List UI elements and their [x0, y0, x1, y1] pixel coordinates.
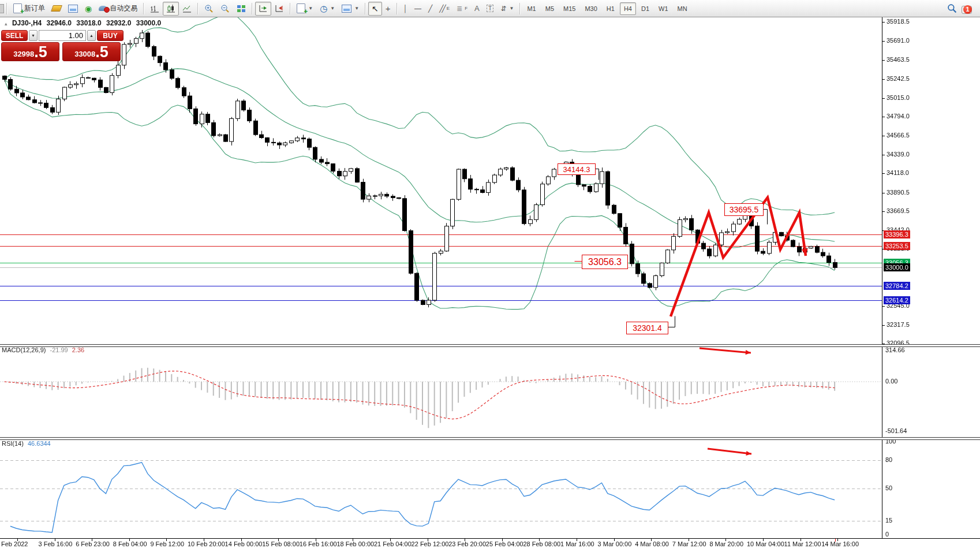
price-tick-label: 35691.0 [887, 37, 910, 44]
volume-decrease-button[interactable]: ▼ [29, 30, 38, 41]
timeline-label: 25 Feb 04:00 [486, 540, 523, 547]
toolbar-separator [519, 3, 521, 14]
chart-header: ▴ DJ30-,H4 32946.0 33018.0 32932.0 33000… [5, 19, 164, 27]
volume-increase-button[interactable]: ▲ [87, 30, 96, 41]
price-badge-33253.5: 33253.5 [884, 242, 910, 250]
chevron-down-icon: ▼ [308, 6, 313, 11]
text-label-button[interactable]: T [483, 2, 498, 16]
template-button[interactable]: ▼ [338, 2, 362, 16]
price-tick-label: 35242.5 [887, 75, 910, 82]
timeframe-button-M5[interactable]: M5 [541, 2, 558, 15]
eraser-button[interactable] [48, 2, 65, 16]
line-chart-button[interactable] [179, 2, 195, 16]
sell-button[interactable]: SELL [1, 30, 28, 41]
mt-terminal-window: 新订单 ◉ 自动交易 [0, 0, 980, 548]
buy-button[interactable]: BUY [97, 30, 124, 41]
macd-label: MACD(12,26,9) -21.99 2.36 [2, 346, 84, 353]
arrows-button[interactable]: ⇵▼ [497, 2, 517, 16]
annotation-label[interactable]: 33695.5 [724, 203, 764, 216]
ohlc-low: 32932.0 [106, 19, 131, 27]
tile-windows-button[interactable] [233, 2, 249, 16]
price-tick-label: 34339.0 [887, 151, 910, 158]
vertical-line-button[interactable]: │ [400, 2, 412, 16]
macd-value-main: -21.99 [50, 346, 68, 353]
timeline-label: Feb 2022 [1, 540, 28, 547]
bar-chart-button[interactable] [147, 2, 163, 16]
toolbar-separator [197, 3, 199, 14]
annotation-label[interactable]: 34144.3 [558, 163, 596, 175]
volume-input[interactable] [39, 30, 86, 41]
ohlc-high: 33018.0 [76, 19, 101, 27]
timeframe-button-D1[interactable]: D1 [637, 2, 653, 15]
channel-icon: ╱╱ [439, 5, 444, 12]
chart-shift-button[interactable] [271, 2, 287, 16]
fibonacci-button[interactable]: ≣F [453, 2, 471, 16]
chevron-down-icon: ▼ [510, 6, 514, 11]
autoscroll-button[interactable] [255, 2, 271, 16]
toolbar-separator [252, 3, 253, 14]
period-button[interactable]: ◷▼ [316, 2, 338, 16]
timeframe-button-H1[interactable]: H1 [603, 2, 619, 15]
main-toolbar: 新订单 ◉ 自动交易 [0, 0, 980, 17]
timeframe-button-MN[interactable]: MN [674, 2, 691, 15]
signal-icon: ◉ [85, 5, 92, 13]
timeframe-button-W1[interactable]: W1 [654, 2, 672, 15]
cursor-icon: ↖ [372, 5, 379, 13]
new-chart-icon [297, 3, 305, 13]
timeframe-button-M1[interactable]: M1 [523, 2, 540, 15]
price-tick-label: 34566.5 [887, 132, 910, 139]
zoom-in-button[interactable] [201, 2, 217, 16]
chart-symbol-period: DJ30-,H4 [12, 19, 42, 27]
signal-button[interactable]: ◉ [81, 2, 95, 16]
timeline-label: 4 Mar 08:00 [635, 540, 669, 547]
new-order-label: 新订单 [24, 3, 45, 13]
rsi-panel-splitter[interactable] [0, 437, 980, 440]
cursor-button[interactable]: ↖ [368, 2, 382, 16]
toolbar-separator [6, 3, 8, 14]
rsi-axis-label: 15 [885, 517, 892, 524]
search-icon[interactable] [947, 3, 957, 13]
one-click-trading-panel: SELL ▼ ▲ BUY 32998 .5 33008 .5 [1, 30, 124, 61]
template-icon [342, 5, 351, 13]
autoscroll-icon [259, 4, 268, 13]
notifications-button[interactable]: 1 [962, 3, 974, 14]
autotrade-button[interactable]: 自动交易 [95, 2, 141, 16]
channel-button[interactable]: ╱╱E [436, 2, 453, 16]
new-chart-button[interactable]: ▼ [293, 2, 316, 16]
horizontal-line-button[interactable]: — [411, 2, 425, 16]
timeline-label: 10 Feb 20:00 [188, 540, 225, 547]
clock-icon: ◷ [320, 4, 327, 13]
crosshair-button[interactable]: + [382, 2, 394, 16]
toolbar-separator [290, 3, 291, 14]
timeframe-button-H4[interactable]: H4 [620, 2, 636, 15]
candlestick-chart-button[interactable] [163, 2, 179, 16]
timeline-label: 28 Feb 08:00 [523, 540, 560, 547]
timeline-label: 14 Mar 16:00 [821, 540, 859, 547]
buy-price-panel[interactable]: 33008 .5 [62, 42, 121, 61]
timeline-label: 11 Mar 12:00 [784, 540, 821, 547]
timeline-label: 8 Mar 20:00 [709, 540, 743, 547]
sell-price-panel[interactable]: 32998 .5 [1, 42, 59, 61]
chart-window-button[interactable] [65, 2, 81, 16]
ohlc-close: 33000.0 [136, 19, 161, 27]
timeline-label: 9 Feb 12:00 [150, 540, 184, 547]
price-badge-32784.2: 32784.2 [884, 282, 910, 290]
candlestick-icon [166, 4, 175, 13]
annotation-label[interactable]: 32301.4 [626, 322, 668, 334]
zoom-out-button[interactable] [217, 2, 233, 16]
trendline-button[interactable]: ╱ [425, 2, 436, 16]
macd-panel-splitter[interactable] [0, 344, 980, 347]
macd-axis-label: -501.64 [885, 427, 907, 434]
text-button[interactable]: A [471, 2, 483, 16]
zoom-in-icon [204, 4, 214, 13]
chart-canvas[interactable] [0, 0, 980, 548]
notification-badge: 1 [963, 5, 972, 14]
annotation-label[interactable]: 33056.3 [582, 255, 628, 269]
new-order-button[interactable]: 新订单 [10, 2, 48, 16]
arrows-icon: ⇵ [500, 5, 506, 12]
price-tick-label: 34118.0 [887, 169, 909, 176]
timeframe-button-M30[interactable]: M30 [581, 2, 601, 15]
eraser-icon [51, 5, 62, 12]
horizontal-line-icon: — [414, 5, 421, 12]
timeframe-button-M15[interactable]: M15 [559, 2, 579, 15]
